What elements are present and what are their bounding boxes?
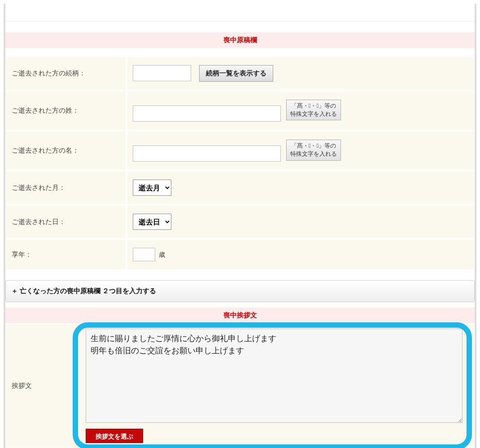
special-char-line1: 「髙・𠮷・﨑」等の (291, 142, 336, 149)
special-char-line1: 「髙・𠮷・﨑」等の (291, 102, 336, 109)
greeting-form: 挨拶文 挨拶文を選ぶ (5, 323, 475, 448)
section-header-manuscript: 喪中原稿欄 (5, 32, 475, 48)
choose-greeting-button[interactable]: 挨拶文を選ぶ (86, 429, 143, 443)
special-char-line2: 特殊文字を入れる (290, 150, 337, 157)
givenname-input[interactable] (133, 145, 281, 162)
day-select[interactable]: 逝去日 (133, 214, 171, 230)
greeting-textarea[interactable] (86, 329, 463, 423)
special-char-button-givenname[interactable]: 「髙・𠮷・﨑」等の 特殊文字を入れる (286, 140, 341, 160)
surname-input[interactable] (133, 105, 281, 122)
label-month: ご逝去された月： (5, 171, 127, 205)
label-surname: ご逝去された方の姓： (5, 91, 127, 131)
manuscript-form: ご逝去された方の続柄： 続柄一覧を表示する ご逝去された方の姓： 「髙・𠮷・﨑」… (5, 56, 475, 270)
show-relation-list-button[interactable]: 続柄一覧を表示する (199, 65, 273, 82)
section-header-greeting: 喪中挨拶文 (5, 307, 475, 323)
age-unit: 歳 (159, 251, 165, 258)
label-day: ご逝去された日： (5, 205, 127, 239)
label-givenname: ご逝去された方の名： (5, 131, 127, 171)
add-second-entry-button[interactable]: ＋ 亡くなった方の喪中原稿欄 ２つ目を入力する (5, 280, 475, 302)
label-relation: ご逝去された方の続柄： (5, 56, 127, 91)
label-greeting: 挨拶文 (5, 323, 79, 448)
top-spacer (5, 4, 475, 22)
age-input[interactable] (133, 248, 155, 261)
label-age: 享年： (5, 239, 127, 270)
relation-input[interactable] (133, 65, 191, 81)
special-char-button-surname[interactable]: 「髙・𠮷・﨑」等の 特殊文字を入れる (286, 100, 341, 120)
special-char-line2: 特殊文字を入れる (290, 110, 337, 117)
month-select[interactable]: 逝去月 (133, 180, 171, 196)
